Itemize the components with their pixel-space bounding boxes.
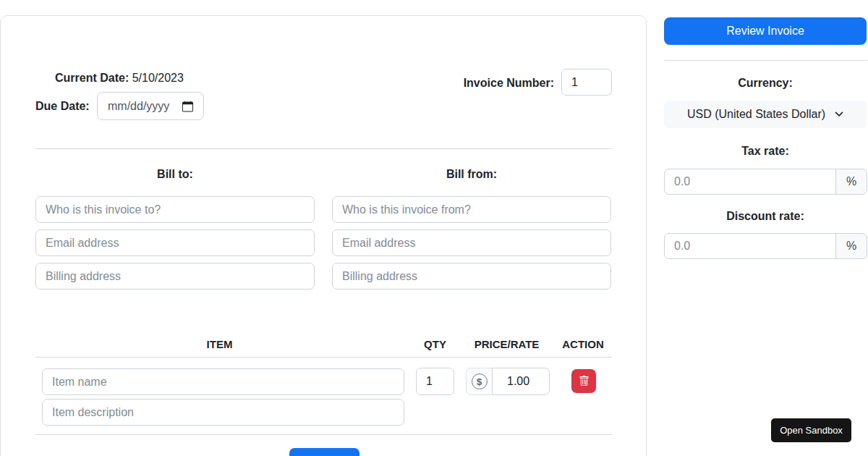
items-bottom-divider bbox=[35, 434, 612, 435]
dollar-circle-icon: $ bbox=[472, 373, 488, 389]
items-header-qty: QTY bbox=[416, 338, 454, 350]
bill-to-email-input[interactable] bbox=[35, 229, 315, 256]
invoice-card: Current Date: 5/10/2023 Due Date: mm/dd/… bbox=[0, 15, 647, 456]
currency-select[interactable]: USD (United States Dollar) bbox=[664, 101, 867, 128]
item-name-input[interactable] bbox=[42, 368, 404, 395]
tax-percent-suffix: % bbox=[835, 169, 867, 195]
current-date-value: 5/10/2023 bbox=[132, 72, 184, 84]
currency-selected-value: USD (United States Dollar) bbox=[687, 108, 825, 121]
add-item-button[interactable]: Add Item bbox=[289, 448, 359, 456]
calendar-icon[interactable] bbox=[182, 101, 193, 112]
chevron-down-icon bbox=[835, 111, 843, 117]
current-date: Current Date: 5/10/2023 bbox=[55, 72, 184, 85]
invoice-number-input[interactable] bbox=[561, 69, 612, 96]
bill-from-address-input[interactable] bbox=[332, 263, 611, 290]
items-header-price: PRICE/RATE bbox=[461, 338, 552, 350]
bill-to-heading: Bill to: bbox=[35, 168, 315, 181]
tax-rate-input[interactable] bbox=[664, 169, 836, 195]
due-date-input[interactable]: mm/dd/yyyy bbox=[97, 92, 204, 120]
trash-icon bbox=[579, 376, 590, 387]
items-header-action: ACTION bbox=[558, 338, 608, 350]
bill-to-name-input[interactable] bbox=[35, 196, 315, 223]
item-qty-input[interactable] bbox=[416, 368, 454, 395]
discount-percent-suffix: % bbox=[835, 233, 867, 259]
review-invoice-button[interactable]: Review Invoice bbox=[664, 17, 867, 45]
due-date-placeholder: mm/dd/yyyy bbox=[108, 100, 169, 113]
bill-from-email-input[interactable] bbox=[332, 229, 611, 256]
item-price-input[interactable] bbox=[492, 368, 550, 395]
bill-to-address-input[interactable] bbox=[35, 263, 315, 290]
price-currency-prepend: $ bbox=[466, 368, 493, 395]
currency-label: Currency: bbox=[664, 77, 867, 90]
current-date-label: Current Date: bbox=[55, 72, 129, 84]
due-date-label: Due Date: bbox=[35, 100, 90, 113]
item-description-input[interactable] bbox=[42, 399, 404, 426]
items-header-divider bbox=[35, 357, 612, 358]
bill-from-name-input[interactable] bbox=[332, 196, 611, 223]
sidebar-divider bbox=[664, 60, 867, 61]
discount-rate-input[interactable] bbox=[664, 233, 836, 259]
open-sandbox-button[interactable]: Open Sandbox bbox=[771, 418, 851, 442]
items-header-item: ITEM bbox=[35, 338, 404, 350]
section-divider bbox=[35, 148, 612, 149]
bill-from-heading: Bill from: bbox=[332, 168, 611, 181]
tax-rate-label: Tax rate: bbox=[664, 145, 867, 158]
invoice-number-label: Invoice Number: bbox=[435, 77, 554, 90]
discount-rate-label: Discount rate: bbox=[664, 210, 867, 223]
delete-item-button[interactable] bbox=[571, 369, 596, 393]
